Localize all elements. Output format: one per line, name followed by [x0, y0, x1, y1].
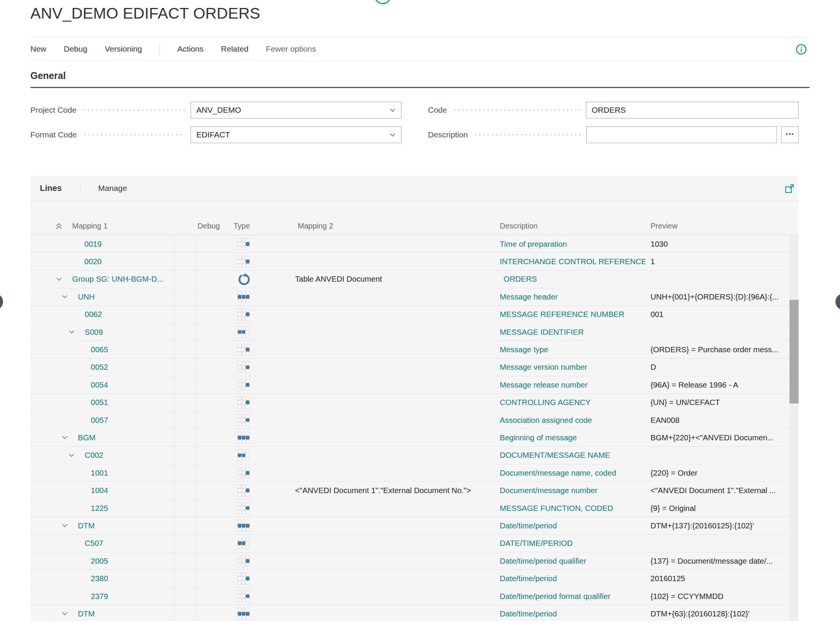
- debug-cell[interactable]: [175, 429, 195, 446]
- description-link[interactable]: Document/message number: [500, 486, 598, 495]
- mapping1-link[interactable]: C507: [85, 539, 103, 548]
- mapping1-link[interactable]: Group SG: UNH-BGM-D...: [72, 274, 163, 284]
- tab-lines[interactable]: Lines: [40, 183, 62, 193]
- table-row[interactable]: BGM Beginning of message BGM+{220}+<"ANV…: [30, 429, 789, 446]
- debug-cell[interactable]: [175, 588, 195, 605]
- table-row[interactable]: 0057 Association assigned code EAN008: [30, 411, 789, 429]
- description-link[interactable]: Document/message name, coded: [500, 468, 616, 477]
- description-link[interactable]: MESSAGE FUNCTION, CODED: [500, 504, 613, 512]
- debug-cell[interactable]: [175, 605, 195, 621]
- description-link[interactable]: Date/time/period: [500, 521, 557, 530]
- debug-cell[interactable]: [175, 394, 195, 411]
- mapping1-link[interactable]: 0057: [91, 416, 108, 425]
- debug-cell[interactable]: [175, 535, 195, 552]
- mapping1-link[interactable]: BGM: [78, 433, 96, 442]
- table-row[interactable]: 0062 MESSAGE REFERENCE NUMBER 001: [30, 306, 789, 323]
- debug-cell[interactable]: [175, 552, 195, 569]
- mapping1-link[interactable]: 1001: [91, 468, 108, 478]
- debug-cell[interactable]: [175, 517, 195, 534]
- table-row[interactable]: 2005 Date/time/period qualifier {137} = …: [30, 552, 789, 570]
- table-row[interactable]: 2379 Date/time/period format qualifier {…: [30, 588, 789, 605]
- table-row[interactable]: C507 DATE/TIME/PERIOD: [30, 535, 789, 552]
- mapping1-link[interactable]: DTM: [78, 521, 95, 530]
- debug-cell[interactable]: [175, 271, 195, 288]
- debug-cell[interactable]: [175, 235, 195, 252]
- table-row[interactable]: 1004 <"ANVEDI Document 1"."External Docu…: [30, 482, 789, 499]
- mapping1-link[interactable]: UNH: [78, 292, 95, 301]
- table-row[interactable]: C002 DOCUMENT/MESSAGE NAME: [30, 447, 789, 464]
- code-input[interactable]: ORDERS: [586, 102, 799, 118]
- mapping1-link[interactable]: 2380: [91, 574, 108, 583]
- mapping1-link[interactable]: 0020: [84, 257, 102, 266]
- format-code-combobox[interactable]: EDIFACT: [191, 126, 401, 143]
- table-row[interactable]: 0051 CONTROLLING AGENCY {UN} = UN/CEFACT: [30, 394, 789, 411]
- table-row[interactable]: 2380 Date/time/period 20160125: [30, 570, 789, 587]
- table-row[interactable]: 0019 Time of preparation 1030: [30, 235, 789, 253]
- description-link[interactable]: MESSAGE IDENTIFIER: [500, 328, 584, 336]
- table-row[interactable]: UNH Message header UNH+{001}+{ORDERS}:{D…: [30, 288, 789, 306]
- description-link[interactable]: Message type: [500, 345, 548, 354]
- table-row[interactable]: Group SG: UNH-BGM-D... Table ANVEDI Docu…: [30, 271, 789, 288]
- previous-record-circle[interactable]: [0, 293, 3, 310]
- chevron-down-icon[interactable]: [62, 522, 68, 529]
- chevron-down-icon[interactable]: [68, 452, 75, 459]
- mapping1-link[interactable]: 0019: [84, 240, 102, 249]
- debug-cell[interactable]: [175, 306, 195, 323]
- debug-cell[interactable]: [175, 253, 195, 270]
- mapping1-link[interactable]: 2005: [91, 556, 108, 566]
- mapping1-link[interactable]: 0062: [85, 310, 102, 319]
- mapping2-cell[interactable]: <"ANVEDI Document 1"."External Document …: [292, 486, 496, 495]
- description-link[interactable]: DATE/TIME/PERIOD: [500, 539, 573, 547]
- debug-cell[interactable]: [175, 341, 195, 358]
- debug-cell[interactable]: [175, 376, 195, 393]
- mapping1-link[interactable]: 1225: [91, 504, 108, 513]
- menu-item-actions[interactable]: Actions: [177, 44, 204, 54]
- next-record-circle[interactable]: [835, 293, 840, 310]
- mapping1-link[interactable]: 2379: [91, 592, 108, 601]
- table-row[interactable]: DTM Date/time/period DTM+{137}:{20160125…: [30, 517, 789, 534]
- menu-item-fewer-options[interactable]: Fewer options: [266, 44, 316, 54]
- chevron-down-icon[interactable]: [62, 434, 68, 441]
- mapping1-link[interactable]: 0065: [91, 345, 108, 354]
- debug-cell[interactable]: [175, 570, 195, 587]
- debug-cell[interactable]: [175, 464, 195, 481]
- table-row[interactable]: 0065 Message type {ORDERS} = Purchase or…: [30, 341, 789, 358]
- tab-manage[interactable]: Manage: [98, 184, 127, 193]
- description-input[interactable]: [586, 126, 777, 143]
- info-icon[interactable]: [796, 44, 807, 55]
- section-heading-general[interactable]: General: [30, 70, 66, 81]
- description-link[interactable]: INTERCHANGE CONTROL REFERENCE: [500, 257, 646, 266]
- table-row[interactable]: 1225 MESSAGE FUNCTION, CODED {9} = Origi…: [30, 500, 789, 517]
- description-link[interactable]: Message version number: [500, 362, 587, 371]
- mapping1-link[interactable]: C002: [85, 451, 103, 460]
- debug-cell[interactable]: [175, 359, 195, 376]
- menu-item-related[interactable]: Related: [221, 44, 248, 54]
- table-row[interactable]: 0054 Message release number {96A} = Rele…: [30, 376, 789, 394]
- chevron-down-icon[interactable]: [56, 276, 62, 282]
- table-row[interactable]: 1001 Document/message name, coded {220} …: [30, 464, 789, 482]
- mapping1-link[interactable]: S009: [85, 328, 103, 337]
- description-link[interactable]: MESSAGE REFERENCE NUMBER: [500, 310, 624, 318]
- description-link[interactable]: Date/time/period format qualifier: [500, 592, 611, 600]
- debug-cell[interactable]: [175, 447, 195, 464]
- focus-mode-icon[interactable]: [785, 183, 795, 194]
- mapping1-link[interactable]: 0051: [91, 398, 108, 407]
- col-header-type[interactable]: Type: [222, 222, 292, 230]
- description-link[interactable]: Association assigned code: [500, 416, 592, 424]
- description-link[interactable]: Date/time/period: [500, 574, 557, 583]
- description-link[interactable]: Beginning of message: [500, 433, 577, 442]
- table-row[interactable]: 0052 Message version number D: [30, 359, 789, 376]
- col-header-debug[interactable]: Debug: [175, 222, 222, 230]
- debug-cell[interactable]: [175, 323, 195, 340]
- mapping1-link[interactable]: DTM: [78, 609, 95, 618]
- debug-cell[interactable]: [175, 411, 195, 429]
- debug-cell[interactable]: [175, 500, 195, 517]
- table-row[interactable]: S009 MESSAGE IDENTIFIER: [30, 323, 789, 341]
- table-row[interactable]: 0020 INTERCHANGE CONTROL REFERENCE 1: [30, 253, 789, 270]
- table-row[interactable]: DTM Date/time/period DTM+{63}:{20160128}…: [30, 605, 789, 621]
- col-header-description[interactable]: Description: [496, 222, 646, 230]
- description-link[interactable]: Date/time/period qualifier: [500, 556, 586, 565]
- description-link[interactable]: Message header: [500, 292, 558, 301]
- description-link[interactable]: Date/time/period: [500, 609, 557, 618]
- description-link[interactable]: Time of preparation: [500, 240, 567, 248]
